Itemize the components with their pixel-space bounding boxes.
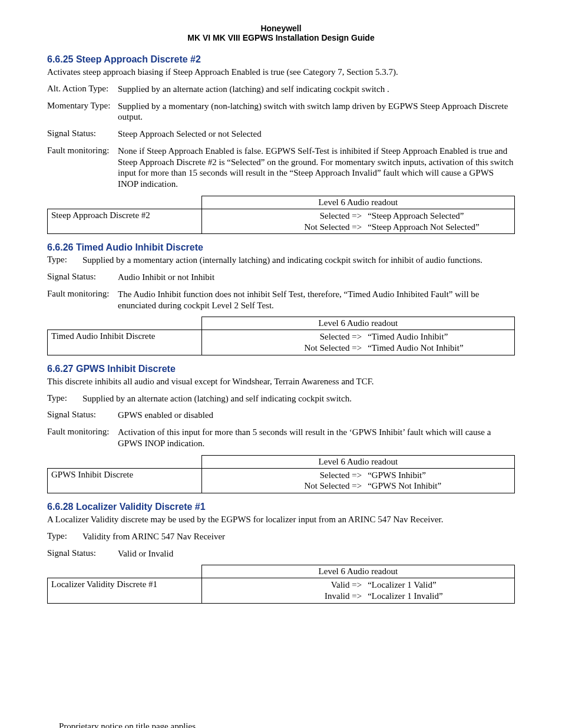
readout-state: Invalid => [206,591,365,602]
definition-row: Type:Validity from ARINC 547 Nav Receive… [47,531,515,542]
definition-label: Fault monitoring: [47,427,118,449]
definition-label: Alt. Action Type: [47,84,118,95]
readout-table: Level 6 Audio readoutTimed Audio Inhibit… [47,317,515,355]
definition-label: Momentary Type: [47,101,118,123]
definition-body: Supplied by a momentary (non-latching) s… [118,101,515,123]
readout-state: Selected => [206,470,365,481]
section-intro: A Localizer Validity discrete may be use… [47,514,515,525]
definition-body: Audio Inhibit or not Inhibit [118,272,515,283]
definition-label: Signal Status: [47,410,118,421]
table-empty-cell [48,196,202,209]
table-readout-cell: Selected =>“Timed Audio Inhibit”Not Sele… [201,330,514,355]
definition-body: The Audio Inhibit function does not inhi… [118,289,515,311]
table-header-right: Level 6 Audio readout [201,317,514,330]
definition-body: Activation of this input for more than 5… [118,427,515,449]
definition-label: Signal Status: [47,548,118,559]
definition-label: Signal Status: [47,272,118,283]
readout-message: “Localizer 1 Valid” [364,579,511,591]
table-name-cell: Timed Audio Inhibit Discrete [48,330,202,355]
readout-message: “Steep Approach Not Selected” [364,222,511,233]
definition-label: Type: [47,255,82,266]
table-name-cell: Steep Approach Discrete #2 [48,209,202,234]
readout-state: Selected => [206,331,365,342]
table-name-cell: GPWS Inhibit Discrete [48,468,202,493]
table-name-cell: Localizer Validity Discrete #1 [48,578,202,604]
section-heading: 6.6.25 Steep Approach Discrete #2 [47,54,515,65]
readout-table: Level 6 Audio readoutGPWS Inhibit Discre… [47,455,515,494]
definition-body: Validity from ARINC 547 Nav Receiver [82,531,515,542]
table-header-right: Level 6 Audio readout [201,455,514,468]
definition-label: Type: [47,393,82,404]
definition-row: Type:Supplied by an alternate action (la… [47,393,515,404]
readout-line: Selected =>“Timed Audio Inhibit” [206,331,511,342]
definition-label: Fault monitoring: [47,289,118,311]
readout-state: Selected => [206,210,365,222]
definition-label: Type: [47,531,82,542]
definition-label: Fault monitoring: [47,146,118,190]
content-area: 6.6.25 Steep Approach Discrete #2Activat… [47,54,515,604]
definition-body: Steep Approach Selected or not Selected [118,129,515,140]
definition-row: Fault monitoring:Activation of this inpu… [47,427,515,449]
readout-message: “Localizer 1 Invalid” [364,591,511,602]
section-intro: This discrete inhibits all audio and vis… [47,376,515,387]
readout-message: “GPWS Not Inhibit” [364,480,511,492]
definition-label: Signal Status: [47,129,118,140]
section-intro: Activates steep approach biasing if Stee… [47,67,515,78]
definition-row: Fault monitoring:The Audio Inhibit funct… [47,289,515,311]
page-header: Honeywell MK VI MK VIII EGPWS Installati… [47,24,515,42]
readout-table: Level 6 Audio readoutSteep Approach Disc… [47,196,515,235]
definition-row: Alt. Action Type:Supplied by an alternat… [47,84,515,95]
definition-body: Supplied by an alternate action (latchin… [82,393,515,404]
definition-body: Supplied by a momentary action (internal… [82,255,515,266]
definition-body: Valid or Invalid [118,548,515,559]
table-readout-cell: Selected =>“Steep Approach Selected”Not … [201,209,514,234]
table-header-right: Level 6 Audio readout [201,196,514,209]
definition-row: Signal Status:Audio Inhibit or not Inhib… [47,272,515,283]
table-header-right: Level 6 Audio readout [201,565,514,578]
readout-line: Selected =>“GPWS Inhibit” [206,470,511,481]
table-empty-cell [48,455,202,468]
readout-line: Selected =>“Steep Approach Selected” [206,210,511,222]
definition-row: Signal Status:Steep Approach Selected or… [47,129,515,140]
readout-message: “Timed Audio Inhibit” [364,331,511,342]
definition-row: Momentary Type:Supplied by a momentary (… [47,101,515,123]
definition-body: Supplied by an alternate action (latchin… [118,84,515,95]
definition-row: Signal Status:Valid or Invalid [47,548,515,559]
definition-body: None if Steep Approach Enabled is false.… [118,146,515,190]
readout-message: “Timed Audio Not Inhibit” [364,342,511,354]
doc-title: MK VI MK VIII EGPWS Installation Design … [47,33,515,42]
definition-row: Signal Status:GPWS enabled or disabled [47,410,515,421]
readout-message: “Steep Approach Selected” [364,210,511,222]
readout-message: “GPWS Inhibit” [364,470,511,481]
readout-line: Invalid =>“Localizer 1 Invalid” [206,591,511,602]
readout-state: Not Selected => [206,480,365,492]
definition-row: Fault monitoring:None if Steep Approach … [47,146,515,190]
section-heading: 6.6.26 Timed Audio Inhibit Discrete [47,242,515,253]
definition-row: Type:Supplied by a momentary action (int… [47,255,515,266]
table-readout-cell: Selected =>“GPWS Inhibit”Not Selected =>… [201,468,514,493]
table-empty-cell [48,565,202,578]
readout-line: Valid =>“Localizer 1 Valid” [206,579,511,591]
readout-state: Not Selected => [206,222,365,233]
footer: Proprietary notice on title page applies… [47,722,515,728]
readout-line: Not Selected =>“Steep Approach Not Selec… [206,222,511,233]
readout-state: Not Selected => [206,342,365,354]
readout-line: Not Selected =>“Timed Audio Not Inhibit” [206,342,511,354]
readout-state: Valid => [206,579,365,591]
definition-body: GPWS enabled or disabled [118,410,515,421]
table-readout-cell: Valid =>“Localizer 1 Valid”Invalid =>“Lo… [201,578,514,604]
section-heading: 6.6.27 GPWS Inhibit Discrete [47,364,515,374]
proprietary-notice: Proprietary notice on title page applies [59,722,515,728]
readout-line: Not Selected =>“GPWS Not Inhibit” [206,480,511,492]
brand-name: Honeywell [47,24,515,33]
table-empty-cell [48,317,202,330]
readout-table: Level 6 Audio readoutLocalizer Validity … [47,565,515,604]
section-heading: 6.6.28 Localizer Validity Discrete #1 [47,502,515,512]
